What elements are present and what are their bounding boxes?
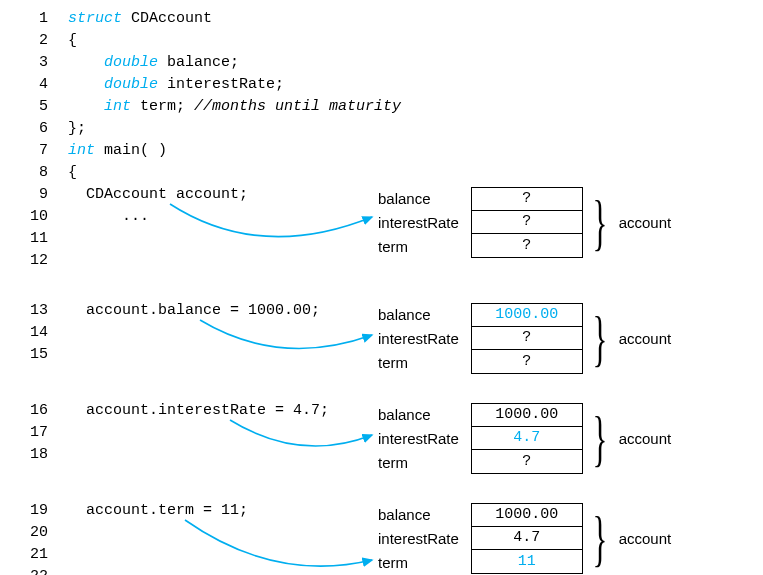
keyword: double: [104, 54, 158, 71]
field-labels: balance interestRate term: [378, 502, 459, 574]
code-line: 1 struct CDAccount: [20, 10, 743, 32]
brace-icon: }: [592, 307, 607, 369]
brace-icon: }: [592, 507, 607, 569]
line-number: 21: [20, 546, 48, 563]
comment: //months until maturity: [194, 98, 401, 115]
line-number: 18: [20, 446, 48, 463]
label-term: term: [378, 450, 459, 474]
cell-term: ?: [472, 450, 582, 473]
line-number: 14: [20, 324, 48, 341]
memory-box: 1000.00 4.7 ?: [471, 403, 583, 474]
label-term: term: [378, 550, 459, 574]
line-number: 1: [20, 10, 48, 27]
label-term: term: [378, 234, 459, 258]
line-number: 5: [20, 98, 48, 115]
memory-box: ? ? ?: [471, 187, 583, 258]
line-number: 11: [20, 230, 48, 247]
line-number: 20: [20, 524, 48, 541]
line-number: 9: [20, 186, 48, 203]
account-label: account: [619, 214, 672, 231]
label-balance: balance: [378, 302, 459, 326]
cell-interestRate: 4.7: [472, 427, 582, 450]
line-number: 13: [20, 302, 48, 319]
line-number: 22: [20, 568, 48, 575]
line-number: 6: [20, 120, 48, 137]
account-label: account: [619, 530, 672, 547]
cell-balance: 1000.00: [472, 404, 582, 427]
label-term: term: [378, 350, 459, 374]
line-number: 19: [20, 502, 48, 519]
line-number: 16: [20, 402, 48, 419]
line-number: 8: [20, 164, 48, 181]
memory-box: 1000.00 4.7 11: [471, 503, 583, 574]
label-balance: balance: [378, 502, 459, 526]
code-line: 6 };: [20, 120, 743, 142]
code-text: ...: [48, 208, 378, 225]
cell-term: ?: [472, 350, 582, 373]
code-text: account.interestRate = 4.7;: [48, 402, 378, 419]
code-line: 3 double balance;: [20, 54, 743, 76]
line-number: 7: [20, 142, 48, 159]
code-line: 4 double interestRate;: [20, 76, 743, 98]
cell-balance: 1000.00: [472, 304, 582, 327]
line-number: 2: [20, 32, 48, 49]
line-number: 15: [20, 346, 48, 363]
line-number: 10: [20, 208, 48, 225]
memory-box: 1000.00 ? ?: [471, 303, 583, 374]
field-labels: balance interestRate term: [378, 302, 459, 374]
code-line: 7 int main( ): [20, 142, 743, 164]
code-text: int term; //months until maturity: [48, 98, 378, 115]
brace-icon: }: [592, 191, 607, 253]
line-number: 17: [20, 424, 48, 441]
code-line: 8 {: [20, 164, 743, 186]
field-labels: balance interestRate term: [378, 186, 459, 258]
cell-balance: 1000.00: [472, 504, 582, 527]
keyword: struct: [68, 10, 122, 27]
state-block-4: 19 account.term = 11; 20 21 22 balance i…: [20, 502, 743, 575]
label-interestRate: interestRate: [378, 426, 459, 450]
code-text: {: [48, 32, 378, 49]
code-text: struct CDAccount: [48, 10, 378, 27]
keyword: int: [104, 98, 131, 115]
state-block-3: 16 account.interestRate = 4.7; 17 18 bal…: [20, 402, 743, 474]
cell-balance: ?: [472, 188, 582, 211]
code-text: int main( ): [48, 142, 378, 159]
line-number: 4: [20, 76, 48, 93]
account-label: account: [619, 430, 672, 447]
label-balance: balance: [378, 402, 459, 426]
label-interestRate: interestRate: [378, 210, 459, 234]
cell-interestRate: 4.7: [472, 527, 582, 550]
cell-term: ?: [472, 234, 582, 257]
account-label: account: [619, 330, 672, 347]
field-labels: balance interestRate term: [378, 402, 459, 474]
cell-term: 11: [472, 550, 582, 573]
code-text: CDAccount account;: [48, 186, 378, 203]
keyword: int: [68, 142, 95, 159]
line-number: 12: [20, 252, 48, 269]
state-block-2: 13 account.balance = 1000.00; 14 15 bala…: [20, 302, 743, 374]
code-text: };: [48, 120, 378, 137]
line-number: 3: [20, 54, 48, 71]
code-text: double interestRate;: [48, 76, 378, 93]
code-text: account.term = 11;: [48, 502, 378, 519]
code-line: 2 {: [20, 32, 743, 54]
cell-interestRate: ?: [472, 211, 582, 234]
code-text: double balance;: [48, 54, 378, 71]
code-text: account.balance = 1000.00;: [48, 302, 378, 319]
label-interestRate: interestRate: [378, 526, 459, 550]
brace-icon: }: [592, 407, 607, 469]
cell-interestRate: ?: [472, 327, 582, 350]
code-line: 5 int term; //months until maturity: [20, 98, 743, 120]
code-text: {: [48, 164, 378, 181]
label-balance: balance: [378, 186, 459, 210]
keyword: double: [104, 76, 158, 93]
label-interestRate: interestRate: [378, 326, 459, 350]
state-block-1: 9 CDAccount account; 10 ... 11 12 balanc…: [20, 186, 743, 274]
